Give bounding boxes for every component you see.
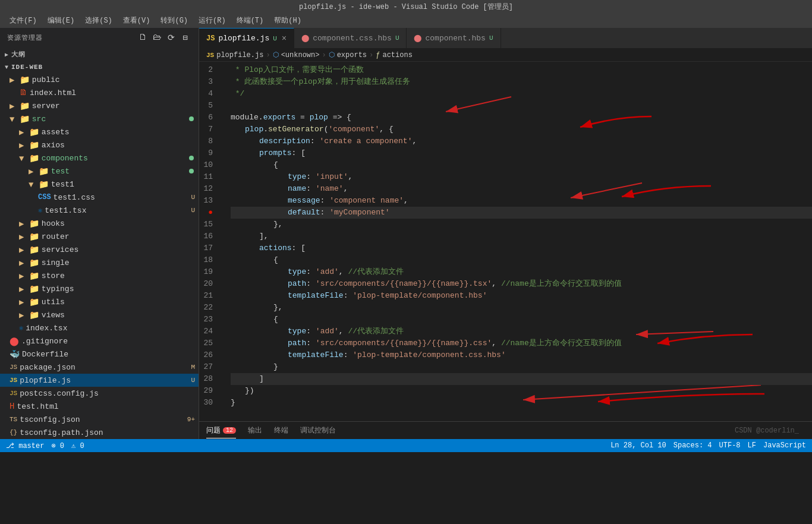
code-line-25: path: 'src/components/{{name}}/{{name}}.… [231, 337, 812, 349]
tab-u2-label: U [395, 34, 399, 42]
sidebar-item-single[interactable]: ▶ 📁 single [0, 256, 199, 269]
menu-file[interactable]: 文件(F) [5, 14, 42, 27]
sidebar-item-test1-css[interactable]: CSS test1.css U [0, 191, 199, 204]
breadcrumb-unknown[interactable]: <unknown> [281, 51, 320, 59]
code-line-30: } [231, 397, 812, 409]
menu-help[interactable]: 帮助(H) [269, 14, 306, 27]
menu-run[interactable]: 运行(R) [194, 14, 231, 27]
menu-edit[interactable]: 编辑(E) [43, 14, 80, 27]
sidebar-item-plopfile-js[interactable]: JS plopfile.js U [0, 374, 199, 387]
status-bar: ⎇ master ⊗ 0 ⚠ 0 Ln 28, Col 10 Spaces: 4… [0, 439, 812, 452]
line-num-15: 15 [199, 219, 219, 231]
language-info[interactable]: JavaScript [763, 441, 806, 450]
line-num-14: ● [199, 207, 219, 219]
folder-icon: ▶ 📁 [10, 101, 30, 111]
outline-section-header[interactable]: ▶ 大纲 [0, 48, 199, 61]
menu-view[interactable]: 查看(V) [118, 14, 155, 27]
sidebar-item-server[interactable]: ▶ 📁 server [0, 99, 199, 112]
folder-src-icon: ▼ 📁 [10, 114, 30, 124]
sidebar-item-services[interactable]: ▶ 📁 services [0, 243, 199, 256]
folder-icon: ▶ 📁 [10, 75, 30, 85]
code-line-18: { [231, 254, 812, 266]
sidebar-item-test1-tsx[interactable]: ⚛ test1.tsx U [0, 204, 199, 217]
sidebar-item-test1[interactable]: ▼ 📁 test1 [0, 178, 199, 191]
line-num-24: 24 [199, 326, 219, 337]
panel-tab-output[interactable]: 输出 [248, 423, 262, 438]
breadcrumb-js-icon: JS [206, 52, 214, 59]
sidebar-item-index-tsx[interactable]: ⚛ index.tsx [0, 321, 199, 334]
line-num-6: 6 [199, 112, 219, 124]
sidebar-item-router[interactable]: ▶ 📁 router [0, 230, 199, 243]
git-branch[interactable]: ⎇ master [6, 441, 44, 450]
menu-select[interactable]: 选择(S) [80, 14, 117, 27]
code-editor[interactable]: * Plop入口文件，需要导出一个函数 * 此函数接受一个plop对象，用于创建… [226, 64, 812, 421]
json-icon2: {} [10, 429, 17, 436]
line-ending-info[interactable]: LF [748, 441, 756, 450]
sidebar-item-package-json[interactable]: JS package.json M [0, 361, 199, 374]
sidebar-item-public[interactable]: ▶ 📁 public [0, 73, 199, 86]
modified-indicator [189, 156, 194, 160]
position-info[interactable]: Ln 28, Col 10 [610, 441, 666, 450]
main-container: 资源管理器 🗋 🗁 ⟳ ⊟ ▶ 大纲 ▼ IDE-WEB ▶ 📁 p [0, 28, 812, 439]
badge-9plus: 9+ [187, 416, 195, 423]
code-line-16: ], [231, 231, 812, 242]
output-label: 输出 [248, 425, 262, 435]
badge-u: U [191, 194, 195, 201]
sidebar-item-store[interactable]: ▶ 📁 store [0, 269, 199, 282]
code-line-23: { [231, 314, 812, 326]
new-folder-button[interactable]: 🗁 [151, 33, 163, 43]
sidebar-item-dockerfile[interactable]: 🐳 Dockerfile [0, 348, 199, 361]
sidebar-item-gitignore[interactable]: ⬤ .gitignore [0, 334, 199, 348]
sidebar-item-postcss[interactable]: JS postcss.config.js [0, 387, 199, 400]
tab-component-hbs[interactable]: ⬤ component.hbs U [407, 28, 501, 48]
tab-close-button[interactable]: × [282, 34, 287, 43]
line-num-19: 19 [199, 266, 219, 278]
breadcrumb: JS plopfile.js › ⬡ <unknown> › ⬡ exports… [199, 49, 812, 62]
breadcrumb-actions[interactable]: actions [382, 51, 412, 59]
sidebar-item-utils[interactable]: ▶ 📁 utils [0, 295, 199, 308]
code-line-27: } [231, 361, 812, 373]
code-line-20: path: 'src/components/{{name}}/{{name}}.… [231, 278, 812, 290]
panel-tab-terminal[interactable]: 终端 [274, 423, 288, 438]
collapse-button[interactable]: ⊟ [180, 33, 191, 43]
warning-count[interactable]: ⚠ 0 [71, 441, 84, 450]
sidebar-item-components[interactable]: ▼ 📁 components [0, 151, 199, 165]
sidebar-item-test-html[interactable]: H test.html [0, 400, 199, 413]
line-num-13: 13 [199, 195, 219, 207]
panel-tab-problems[interactable]: 问题 12 [206, 423, 236, 438]
spaces-info[interactable]: Spaces: 4 [673, 441, 712, 450]
error-count[interactable]: ⊗ 0 [51, 441, 64, 450]
sidebar-item-typings[interactable]: ▶ 📁 typings [0, 282, 199, 295]
code-line-24: type: 'add', //代表添加文件 [231, 326, 812, 337]
new-file-button[interactable]: 🗋 [137, 33, 149, 43]
menu-goto[interactable]: 转到(G) [156, 14, 193, 27]
code-comment-3: * 此函数接受一个plop对象，用于创建生成器任务 [231, 76, 410, 88]
sidebar-item-tsconfig-json[interactable]: TS tsconfig.json 9+ [0, 413, 199, 426]
encoding-info[interactable]: UTF-8 [719, 441, 741, 450]
refresh-button[interactable]: ⟳ [165, 33, 177, 43]
breadcrumb-file[interactable]: plopfile.js [216, 51, 263, 59]
line-num-4: 4 [199, 88, 219, 100]
line-num-2: 2 [199, 64, 219, 76]
json-ts-icon: TS [10, 416, 17, 423]
line-num-9: 9 [199, 147, 219, 159]
line-num-22: 22 [199, 302, 219, 314]
breadcrumb-exports[interactable]: exports [337, 51, 367, 59]
sidebar-item-index-html[interactable]: 🗎 index.html [0, 86, 199, 99]
sidebar-item-hooks[interactable]: ▶ 📁 hooks [0, 217, 199, 230]
tab-plopfile[interactable]: JS plopfile.js U × [199, 28, 294, 48]
sidebar-item-axios[interactable]: ▶ 📁 axios [0, 138, 199, 151]
breadcrumb-sep2: › [322, 51, 326, 59]
sidebar-item-views[interactable]: ▶ 📁 views [0, 308, 199, 321]
tab-component-css-hbs[interactable]: ⬤ component.css.hbs U [294, 28, 407, 48]
menu-terminal[interactable]: 终端(T) [232, 14, 269, 27]
panel-tab-debug[interactable]: 调试控制台 [300, 423, 336, 438]
sidebar-item-test[interactable]: ▶ 📁 test [0, 165, 199, 178]
js-icon: JS [10, 390, 17, 397]
sidebar-item-assets[interactable]: ▶ 📁 assets [0, 125, 199, 138]
project-section-header[interactable]: ▼ IDE-WEB [0, 61, 199, 73]
sidebar-item-src[interactable]: ▼ 📁 src [0, 112, 199, 125]
line-num-11: 11 [199, 171, 219, 183]
line-num-27: 27 [199, 361, 219, 373]
sidebar-item-tsconfig-path[interactable]: {} tsconfig.path.json [0, 426, 199, 439]
